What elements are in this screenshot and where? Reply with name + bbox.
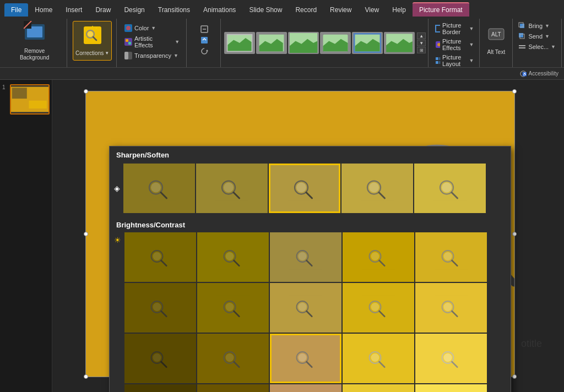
remove-background-button[interactable]: Remove Background: [7, 21, 62, 61]
tab-file[interactable]: File: [4, 3, 28, 17]
bc-row0-col2[interactable]: [270, 232, 341, 282]
tab-transitions[interactable]: Transitions: [151, 3, 197, 17]
transparency-arrow: ▼: [173, 53, 178, 58]
style-thumb-1[interactable]: [224, 32, 255, 54]
selection-pane-button[interactable]: Selec... ▼: [516, 42, 558, 52]
tab-picture-format[interactable]: Picture Format: [413, 2, 469, 17]
accessibility-label: Accessibility: [529, 70, 558, 77]
color-button[interactable]: Color ▼: [122, 23, 182, 33]
bc-row2-col4[interactable]: [415, 334, 487, 383]
bc-row0-col1[interactable]: [197, 232, 269, 282]
bc-row2-col0[interactable]: [124, 334, 196, 383]
sharpen-soften-title: Sharpen/Soften: [110, 146, 511, 162]
bc-row0-col4[interactable]: [415, 232, 487, 282]
bring-forward-button[interactable]: Bring ▼: [516, 21, 558, 31]
svg-rect-32: [436, 25, 440, 32]
bc-row0-col3[interactable]: [343, 232, 414, 282]
svg-point-62: [224, 183, 234, 193]
slide-thumbnail[interactable]: [10, 84, 50, 115]
bc-row1-col1[interactable]: [197, 283, 269, 333]
svg-rect-45: [519, 45, 525, 46]
main-content: 1: [0, 80, 564, 392]
bc-row3-col1[interactable]: [197, 384, 269, 392]
sharpen-thumb-3[interactable]: [269, 164, 340, 213]
ribbon-group-corrections: Corrections ▼: [68, 19, 117, 67]
transparency-button[interactable]: Transparency ▼: [122, 51, 182, 61]
svg-text:ALT: ALT: [491, 31, 501, 37]
svg-rect-12: [124, 38, 132, 46]
svg-point-94: [444, 252, 452, 260]
tab-record[interactable]: Record: [289, 3, 323, 17]
color-arrow: ▼: [151, 25, 156, 31]
bc-row2-col3[interactable]: [343, 334, 414, 383]
gallery-up[interactable]: ▲: [417, 32, 426, 39]
sharpen-thumb-2[interactable]: [196, 164, 268, 213]
bc-row3-col3[interactable]: [343, 384, 414, 392]
compress-pictures-button[interactable]: [198, 24, 210, 34]
svg-point-74: [442, 183, 452, 193]
svg-point-78: [153, 252, 161, 260]
bc-row1-col2[interactable]: [270, 283, 341, 333]
style-thumb-5[interactable]: [352, 32, 383, 54]
handle-mr: [512, 232, 517, 236]
handle-br: [512, 374, 517, 379]
picture-border-button[interactable]: Picture Border ▼: [433, 21, 476, 36]
alt-text-button[interactable]: ALT Alt Text: [483, 21, 509, 61]
gallery-down[interactable]: ▼: [417, 40, 426, 46]
handle-ml: [84, 232, 88, 236]
tab-draw[interactable]: Draw: [89, 3, 117, 17]
bc-row3-col4[interactable]: [415, 384, 487, 392]
style-thumb-6[interactable]: [384, 32, 415, 54]
tab-review[interactable]: Review: [323, 3, 358, 17]
svg-point-110: [371, 303, 379, 311]
bring-label: Bring: [528, 23, 543, 29]
reset-picture-button[interactable]: [198, 46, 210, 56]
bc-row3-col0[interactable]: [124, 384, 196, 392]
svg-point-66: [296, 183, 306, 193]
bc-row1-col0[interactable]: [124, 283, 196, 333]
corrections-button[interactable]: Corrections ▼: [73, 21, 112, 61]
tab-view[interactable]: View: [358, 3, 386, 17]
brightness-icon: ☀: [114, 236, 121, 244]
subtitle-text: otitle: [521, 338, 542, 350]
slide-canvas: otitle Sharpen/Soften ◈: [52, 80, 564, 392]
artistic-effects-button[interactable]: Artistic Effects ▼: [122, 34, 182, 50]
tab-home[interactable]: Home: [28, 3, 59, 17]
tab-help[interactable]: Help: [386, 3, 413, 17]
svg-point-58: [151, 183, 161, 193]
svg-point-114: [444, 303, 452, 311]
picture-effects-label: Picture Effects: [442, 38, 467, 51]
handle-tr: [512, 89, 517, 94]
svg-rect-19: [201, 37, 208, 43]
picture-layout-button[interactable]: Picture Layout ▼: [433, 53, 476, 68]
accessibility-bar: ♿ Accessibility: [0, 68, 564, 80]
slide-number: 1: [2, 84, 8, 90]
change-picture-button[interactable]: [198, 35, 210, 45]
corrections-dropdown: Sharpen/Soften ◈: [109, 146, 511, 392]
remove-background-icon: [24, 21, 46, 47]
bc-row2-col2[interactable]: [270, 334, 341, 383]
bc-row3-col2[interactable]: [270, 384, 341, 392]
tab-animations[interactable]: Animations: [197, 3, 242, 17]
sharpen-thumb-5[interactable]: [414, 164, 486, 213]
bc-row2-col1[interactable]: [197, 334, 269, 383]
select-label: Selec...: [528, 43, 549, 50]
gallery-more[interactable]: ⊞: [417, 47, 426, 53]
tab-slideshow[interactable]: Slide Show: [242, 3, 289, 17]
sharpen-thumb-1[interactable]: [123, 164, 195, 213]
corrections-label: Corrections: [75, 50, 104, 57]
style-thumb-3[interactable]: [288, 32, 319, 54]
bc-row1-col4[interactable]: [415, 283, 487, 333]
sharpen-thumb-4[interactable]: [341, 164, 413, 213]
tab-design[interactable]: Design: [117, 3, 151, 17]
bc-row0-col0[interactable]: [124, 232, 196, 282]
style-thumb-4[interactable]: [320, 32, 351, 54]
svg-rect-38: [440, 61, 440, 64]
svg-point-90: [371, 252, 379, 260]
tab-insert[interactable]: Insert: [59, 3, 89, 17]
picture-effects-button[interactable]: Picture Effects ▼: [433, 37, 476, 52]
send-backward-button[interactable]: Send ▼: [516, 31, 558, 41]
style-thumb-2[interactable]: [256, 32, 287, 54]
artistic-effects-label: Artistic Effects: [134, 35, 172, 48]
bc-row1-col3[interactable]: [343, 283, 414, 333]
